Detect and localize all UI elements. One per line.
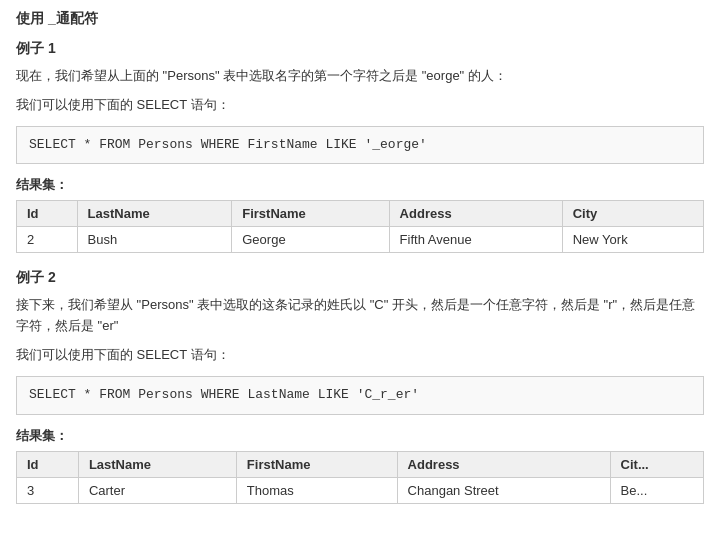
table-row: 3CarterThomasChangan StreetBe... (17, 477, 704, 503)
example1-col-city: City (562, 201, 703, 227)
table-cell: George (232, 227, 389, 253)
example1-col-lastname: LastName (77, 201, 232, 227)
example2-col-lastname: LastName (78, 451, 236, 477)
table-cell: Changan Street (397, 477, 610, 503)
example2-col-address: Address (397, 451, 610, 477)
example1-desc1: 现在，我们希望从上面的 "Persons" 表中选取名字的第一个字符之后是 "e… (16, 66, 704, 87)
example1-code: SELECT * FROM Persons WHERE FirstName LI… (16, 126, 704, 165)
example1-table: Id LastName FirstName Address City 2Bush… (16, 200, 704, 253)
table-cell: Thomas (236, 477, 397, 503)
example1-desc2: 我们可以使用下面的 SELECT 语句： (16, 95, 704, 116)
example2-col-firstname: FirstName (236, 451, 397, 477)
example1-col-firstname: FirstName (232, 201, 389, 227)
example1-result-label: 结果集： (16, 176, 704, 194)
example1-col-address: Address (389, 201, 562, 227)
example1-col-id: Id (17, 201, 78, 227)
example2-table: Id LastName FirstName Address Cit... 3Ca… (16, 451, 704, 504)
example2-result-label: 结果集： (16, 427, 704, 445)
example2-desc2: 我们可以使用下面的 SELECT 语句： (16, 345, 704, 366)
table-cell: Be... (610, 477, 703, 503)
table-cell: 3 (17, 477, 79, 503)
table-row: 2BushGeorgeFifth AvenueNew York (17, 227, 704, 253)
example2-col-city: Cit... (610, 451, 703, 477)
table-cell: Bush (77, 227, 232, 253)
example2-desc1: 接下来，我们希望从 "Persons" 表中选取的这条记录的姓氏以 "C" 开头… (16, 295, 704, 337)
example1-table-header-row: Id LastName FirstName Address City (17, 201, 704, 227)
example1-title: 例子 1 (16, 40, 704, 58)
table-cell: Fifth Avenue (389, 227, 562, 253)
page-title: 使用 _通配符 (16, 10, 704, 28)
example2-col-id: Id (17, 451, 79, 477)
example2-table-header-row: Id LastName FirstName Address Cit... (17, 451, 704, 477)
table-cell: 2 (17, 227, 78, 253)
table-cell: New York (562, 227, 703, 253)
table-cell: Carter (78, 477, 236, 503)
example2-code: SELECT * FROM Persons WHERE LastName LIK… (16, 376, 704, 415)
example2-title: 例子 2 (16, 269, 704, 287)
